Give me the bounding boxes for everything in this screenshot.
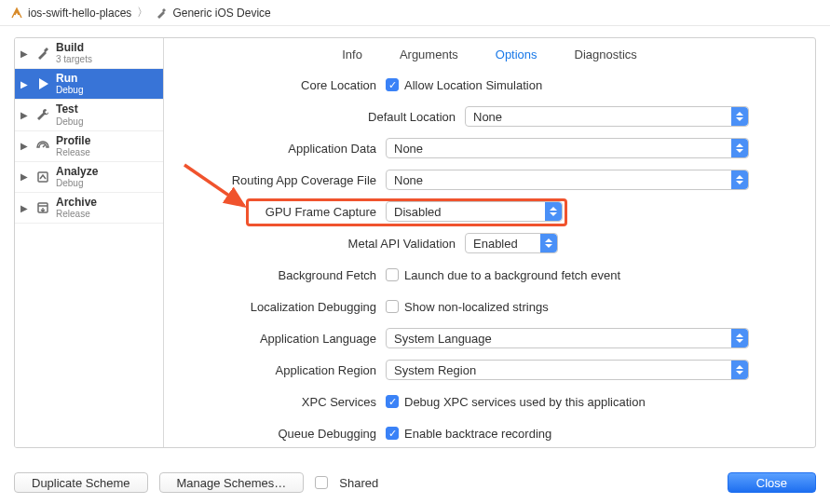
hammer-icon (34, 44, 52, 62)
wrench-icon (34, 105, 52, 124)
select-value: None (473, 110, 502, 124)
sidebar-subtitle: Debug (56, 178, 98, 188)
chevron-right-icon: 〉 (137, 5, 148, 20)
routing-label: Routing App Coverage File (181, 173, 386, 187)
background-fetch-checkbox[interactable] (386, 268, 399, 281)
application-language-select[interactable]: System Language (386, 328, 749, 348)
sidebar-subtitle: 3 targets (56, 54, 92, 64)
tab-arguments[interactable]: Arguments (400, 48, 458, 61)
stepper-icon (731, 170, 748, 189)
bottom-toolbar: Duplicate Scheme Manage Schemes… Shared … (14, 472, 816, 493)
application-region-label: Application Region (181, 363, 386, 377)
sidebar-title: Build (56, 42, 92, 54)
close-button[interactable]: Close (728, 472, 816, 493)
application-data-select[interactable]: None (386, 138, 749, 158)
queue-debugging-checkbox[interactable] (386, 427, 399, 440)
default-location-select[interactable]: None (465, 106, 749, 127)
disclosure-triangle-icon[interactable]: ▶ (20, 141, 30, 151)
disclosure-triangle-icon[interactable]: ▶ (20, 110, 30, 120)
tab-info[interactable]: Info (342, 48, 362, 61)
gauge-icon (34, 137, 52, 156)
xpc-services-label: XPC Services (181, 395, 386, 409)
select-value: None (394, 173, 423, 187)
application-region-select[interactable]: System Region (386, 360, 749, 380)
xpc-services-text: Debug XPC services used by this applicat… (404, 395, 646, 409)
play-icon (34, 75, 52, 93)
gpu-frame-capture-select[interactable]: Disabled (386, 201, 563, 222)
allow-location-checkbox[interactable] (386, 78, 399, 91)
breadcrumb: ios-swift-hello-places 〉 Generic iOS Dev… (0, 0, 830, 26)
select-value: Enabled (473, 237, 518, 251)
routing-select[interactable]: None (386, 170, 749, 190)
queue-debugging-label: Queue Debugging (181, 427, 386, 441)
shared-label: Shared (339, 476, 378, 490)
application-language-label: Application Language (181, 332, 386, 346)
disclosure-triangle-icon[interactable]: ▶ (20, 171, 30, 182)
localization-debugging-text: Show non-localized strings (404, 300, 549, 314)
sidebar-title: Run (56, 73, 83, 85)
tab-bar: Info Arguments Options Diagnostics (164, 38, 815, 75)
sidebar-item-test[interactable]: ▶ TestDebug (15, 100, 163, 130)
application-data-label: Application Data (181, 142, 386, 156)
breadcrumb-target[interactable]: Generic iOS Device (172, 7, 270, 20)
background-fetch-label: Background Fetch (181, 268, 386, 282)
sidebar-title: Analyze (56, 166, 98, 178)
disclosure-triangle-icon[interactable]: ▶ (20, 79, 30, 89)
tab-diagnostics[interactable]: Diagnostics (575, 48, 637, 61)
select-value: Disabled (394, 205, 442, 219)
sidebar-item-analyze[interactable]: ▶ AnalyzeDebug (15, 162, 163, 193)
stepper-icon (545, 202, 562, 221)
xpc-services-checkbox[interactable] (386, 395, 399, 408)
gpu-frame-capture-label: GPU Frame Capture (181, 205, 386, 219)
disclosure-triangle-icon[interactable]: ▶ (20, 48, 30, 59)
stepper-icon (731, 139, 748, 157)
sidebar-title: Archive (56, 197, 97, 209)
breadcrumb-project[interactable]: ios-swift-hello-places (28, 7, 131, 20)
scheme-sidebar: ▶ Build3 targets ▶ RunDebug ▶ TestDebug … (15, 38, 164, 447)
shared-checkbox[interactable] (315, 476, 328, 489)
localization-debugging-label: Localization Debugging (181, 300, 386, 314)
default-location-label: Default Location (181, 110, 465, 124)
select-value: None (394, 142, 423, 156)
svg-rect-0 (38, 172, 48, 182)
archive-icon (34, 198, 52, 217)
sidebar-item-build[interactable]: ▶ Build3 targets (15, 38, 163, 69)
sidebar-subtitle: Debug (56, 116, 83, 127)
scheme-editor-panel: ▶ Build3 targets ▶ RunDebug ▶ TestDebug … (14, 37, 816, 448)
stepper-icon (731, 329, 748, 347)
sidebar-title: Test (56, 103, 83, 116)
sidebar-item-archive[interactable]: ▶ ArchiveRelease (15, 193, 163, 224)
stepper-icon (731, 361, 748, 379)
sidebar-item-run[interactable]: ▶ RunDebug (15, 69, 163, 100)
stepper-icon (540, 234, 557, 252)
metal-validation-select[interactable]: Enabled (465, 233, 558, 253)
localization-debugging-checkbox[interactable] (386, 300, 399, 313)
disclosure-triangle-icon[interactable]: ▶ (20, 203, 30, 213)
select-value: System Language (394, 332, 492, 346)
sidebar-subtitle: Release (56, 147, 90, 157)
sidebar-title: Profile (56, 135, 90, 147)
duplicate-scheme-button[interactable]: Duplicate Scheme (14, 472, 148, 493)
select-value: System Region (394, 363, 476, 377)
sidebar-subtitle: Debug (56, 85, 83, 95)
stepper-icon (731, 107, 748, 126)
hammer-icon (154, 6, 169, 20)
sidebar-subtitle: Release (56, 209, 97, 219)
tab-options[interactable]: Options (496, 48, 537, 61)
sidebar-item-profile[interactable]: ▶ ProfileRelease (15, 131, 163, 162)
allow-location-text: Allow Location Simulation (404, 78, 542, 92)
core-location-label: Core Location (181, 78, 386, 92)
queue-debugging-text: Enable backtrace recording (404, 427, 551, 441)
background-fetch-text: Launch due to a background fetch event (404, 268, 620, 282)
options-pane: Info Arguments Options Diagnostics Core … (164, 38, 815, 447)
app-icon (9, 6, 24, 20)
metal-validation-label: Metal API Validation (181, 237, 465, 251)
analyze-icon (34, 168, 52, 186)
manage-schemes-button[interactable]: Manage Schemes… (159, 472, 305, 493)
